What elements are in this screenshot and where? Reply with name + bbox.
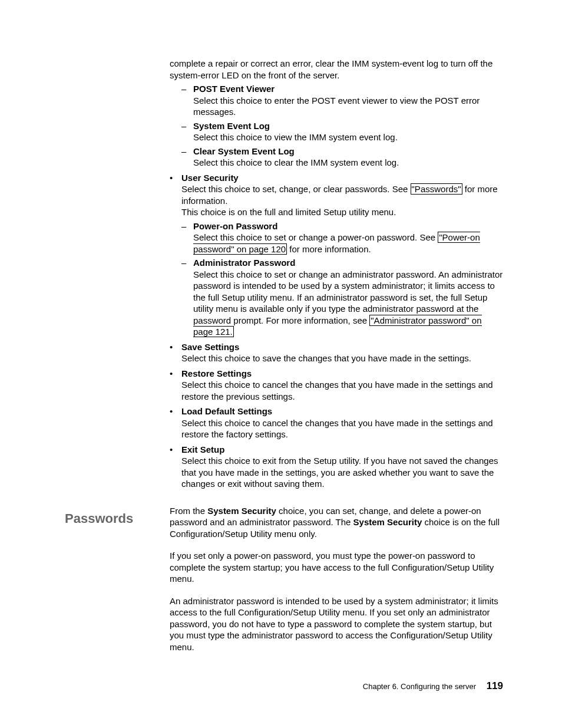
link-passwords[interactable]: "Passwords" xyxy=(411,183,462,195)
passwords-section: From the System Security choice, you can… xyxy=(170,505,503,653)
item-title: POST Event Viewer xyxy=(193,83,503,95)
passwords-para-3: An administrator password is intended to… xyxy=(170,595,503,653)
bullet-icon: • xyxy=(170,172,181,218)
list-item: – Power-on Password Select this choice t… xyxy=(181,220,503,255)
footer-page-number: 119 xyxy=(487,680,503,691)
list-item: – Administrator Password Select this cho… xyxy=(181,257,503,338)
dash-icon: – xyxy=(181,257,193,338)
item-body: Select this choice to cancel the changes… xyxy=(181,417,503,440)
dash-icon: – xyxy=(181,146,193,169)
item-body: Select this choice to exit from the Setu… xyxy=(181,455,503,490)
item-body: This choice is on the full and limited S… xyxy=(181,206,503,218)
item-body: Select this choice to view the IMM syste… xyxy=(193,131,503,143)
list-item: • Restore Settings Select this choice to… xyxy=(170,368,503,403)
body-content: complete a repair or correct an error, c… xyxy=(170,58,503,498)
item-title: Clear System Event Log xyxy=(193,146,503,157)
item-title: Power-on Password xyxy=(193,220,503,232)
item-body: Select this choice to set or change a po… xyxy=(193,232,503,255)
footer-chapter: Chapter 6. Configuring the server xyxy=(363,682,476,691)
item-body: Select this choice to clear the IMM syst… xyxy=(193,157,503,169)
list-item: • Save Settings Select this choice to sa… xyxy=(170,341,503,364)
bullet-icon: • xyxy=(170,444,181,490)
item-body: Select this choice to set, change, or cl… xyxy=(181,183,503,206)
list-item: • Load Default Settings Select this choi… xyxy=(170,406,503,440)
bullet-icon: • xyxy=(170,341,181,364)
item-title: System Event Log xyxy=(193,120,503,132)
item-title: Exit Setup xyxy=(181,444,503,456)
item-title: Administrator Password xyxy=(193,257,503,269)
list-item: – POST Event Viewer Select this choice t… xyxy=(181,83,503,118)
intro-paragraph: complete a repair or correct an error, c… xyxy=(170,58,503,81)
passwords-para-1: From the System Security choice, you can… xyxy=(170,505,503,540)
item-title: Restore Settings xyxy=(181,368,503,380)
page-footer: Chapter 6. Configuring the server 119 xyxy=(363,680,503,693)
dash-icon: – xyxy=(181,83,193,118)
list-item: – System Event Log Select this choice to… xyxy=(181,120,503,143)
item-title: Load Default Settings xyxy=(181,406,503,417)
dash-icon: – xyxy=(181,220,193,255)
section-heading-passwords: Passwords xyxy=(65,510,133,528)
bullet-icon: • xyxy=(170,368,181,403)
dash-icon: – xyxy=(181,120,193,143)
bullet-icon: • xyxy=(170,406,181,440)
item-title: User Security xyxy=(181,172,503,184)
list-item: • Exit Setup Select this choice to exit … xyxy=(170,444,503,490)
item-body: Select this choice to set or change an a… xyxy=(193,269,503,338)
list-item: • User Security Select this choice to se… xyxy=(170,172,503,218)
list-item: – Clear System Event Log Select this cho… xyxy=(181,146,503,169)
passwords-para-2: If you set only a power-on password, you… xyxy=(170,550,503,585)
item-body: Select this choice to save the changes t… xyxy=(181,353,503,364)
item-title: Save Settings xyxy=(181,341,503,353)
item-body: Select this choice to cancel the changes… xyxy=(181,379,503,402)
item-body: Select this choice to enter the POST eve… xyxy=(193,95,503,118)
